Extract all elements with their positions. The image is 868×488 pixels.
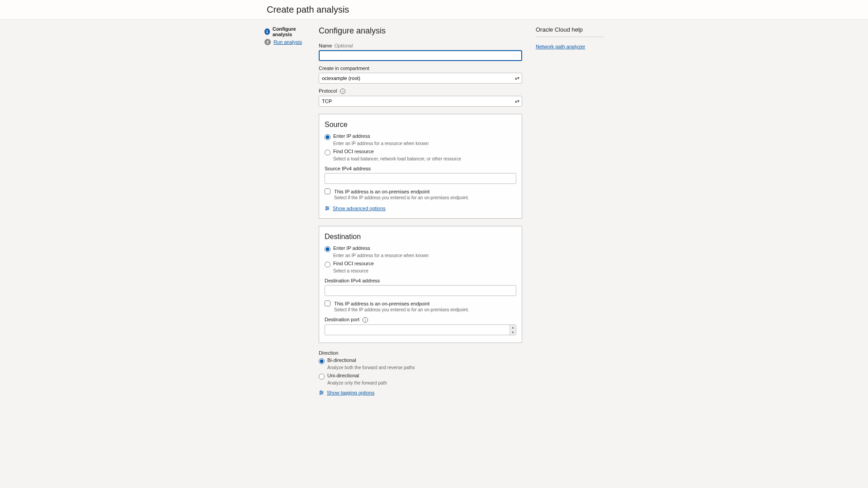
protocol-select[interactable]: TCP [319,96,522,107]
destination-port-label: Destination port i [325,317,516,323]
sliders-icon [325,206,330,211]
direction-uni-label[interactable]: Uni-directional [327,373,359,378]
compartment-label: Create in compartment [319,66,522,71]
source-find-resource-label[interactable]: Find OCI resource [333,149,374,154]
svg-point-5 [326,209,327,210]
destination-enter-ip-label[interactable]: Enter IP address [333,245,370,251]
name-label: Name Optional [319,43,522,48]
form-area: Configure analysis Name Optional Create … [319,26,522,395]
step-run[interactable]: 2 Run analysis [264,39,310,45]
step-down-icon[interactable]: ▼ [510,330,516,335]
source-enter-ip-radio[interactable] [325,134,330,140]
source-ipv4-input[interactable] [325,173,516,184]
step-configure: 1 Configure analysis [264,26,310,37]
name-input[interactable] [319,50,522,61]
form-heading: Configure analysis [319,26,522,36]
info-icon[interactable]: i [363,317,368,323]
destination-onprem-desc: Select if the IP address you entered is … [334,307,516,312]
destination-ipv4-label: Destination IPv4 address [325,278,516,283]
svg-point-7 [320,391,321,392]
step-up-icon[interactable]: ▲ [510,325,516,330]
sliders-icon [319,390,324,395]
source-onprem-desc: Select if the IP address you entered is … [334,195,516,200]
direction-section: Direction Bi-directional Analyze both th… [319,350,522,385]
destination-port-input[interactable] [325,324,516,335]
destination-ipv4-input[interactable] [325,285,516,296]
direction-bi-desc: Analyze both the forward and reverse pat… [327,365,522,370]
destination-find-resource-desc: Select a resource [333,268,516,273]
info-icon[interactable]: i [340,89,345,94]
source-find-resource-desc: Select a load balancer, network load bal… [333,156,516,161]
step-configure-label: Configure analysis [273,26,310,37]
compartment-select[interactable]: ociexample (root) [319,73,522,84]
direction-uni-desc: Analyze only the forward path [327,380,522,385]
help-sidebar: Oracle Cloud help Network path analyzer [531,26,604,395]
protocol-label: Protocol i [319,88,522,94]
source-panel: Source Enter IP address Enter an IP addr… [319,114,522,219]
destination-find-resource-radio[interactable] [325,262,330,267]
source-onprem-checkbox[interactable] [325,188,330,194]
source-title: Source [325,121,516,129]
step-number-1-icon: 1 [264,28,270,35]
step-run-link[interactable]: Run analysis [274,39,302,45]
source-enter-ip-desc: Enter an IP address for a resource when … [333,141,516,146]
step-number-2-icon: 2 [264,39,271,45]
source-find-resource-radio[interactable] [325,150,330,155]
direction-uni-radio[interactable] [319,374,325,380]
svg-point-1 [326,206,327,207]
svg-point-3 [327,208,328,209]
source-enter-ip-label[interactable]: Enter IP address [333,133,370,139]
destination-onprem-label[interactable]: This IP address is an on-premises endpoi… [334,301,429,306]
number-stepper[interactable]: ▲ ▼ [509,325,516,335]
name-optional-hint: Optional [334,43,353,48]
direction-bi-radio[interactable] [319,358,325,364]
destination-find-resource-label[interactable]: Find OCI resource [333,261,374,266]
destination-enter-ip-desc: Enter an IP address for a resource when … [333,253,516,258]
source-onprem-label[interactable]: This IP address is an on-premises endpoi… [334,189,429,194]
page-header: Create path analysis Help [0,0,868,20]
tagging-options-link[interactable]: Show tagging options [327,390,374,395]
destination-title: Destination [325,233,516,241]
direction-bi-label[interactable]: Bi-directional [327,357,356,363]
network-path-analyzer-link[interactable]: Network path analyzer [536,44,585,49]
source-advanced-link[interactable]: Show advanced options [333,206,386,211]
svg-point-11 [320,394,321,394]
destination-enter-ip-radio[interactable] [325,246,330,252]
page-title: Create path analysis [267,5,349,15]
direction-label: Direction [319,350,522,356]
destination-panel: Destination Enter IP address Enter an IP… [319,226,522,343]
wizard-stepper: 1 Configure analysis 2 Run analysis [264,26,310,395]
source-ipv4-label: Source IPv4 address [325,166,516,171]
svg-point-9 [321,392,322,393]
destination-onprem-checkbox[interactable] [325,300,330,306]
help-panel-title: Oracle Cloud help [536,26,604,37]
